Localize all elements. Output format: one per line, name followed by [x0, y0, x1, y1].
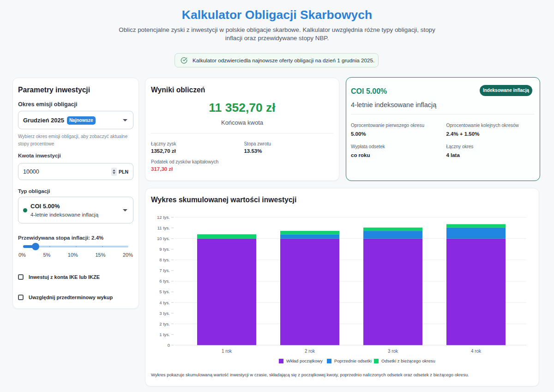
svg-text:5 tys.: 5 tys. — [159, 289, 170, 294]
svg-text:4 rok: 4 rok — [471, 349, 482, 354]
svg-text:1 rok: 1 rok — [222, 349, 232, 354]
svg-text:8 tys.: 8 tys. — [159, 257, 170, 262]
svg-text:2 rok: 2 rok — [305, 349, 315, 354]
svg-text:3 rok: 3 rok — [388, 349, 398, 354]
svg-text:1 tys.: 1 tys. — [159, 332, 170, 337]
svg-text:2 tys.: 2 tys. — [159, 321, 170, 326]
svg-text:10 tys.: 10 tys. — [157, 236, 170, 241]
svg-text:0: 0 — [168, 343, 170, 348]
svg-text:4 tys.: 4 tys. — [159, 300, 170, 305]
svg-text:12 tys.: 12 tys. — [157, 215, 170, 220]
svg-text:6 tys.: 6 tys. — [159, 278, 170, 283]
svg-text:11 tys.: 11 tys. — [157, 225, 170, 230]
svg-text:9 tys.: 9 tys. — [159, 247, 170, 252]
svg-text:7 tys.: 7 tys. — [159, 268, 170, 273]
svg-text:3 tys.: 3 tys. — [159, 311, 170, 316]
